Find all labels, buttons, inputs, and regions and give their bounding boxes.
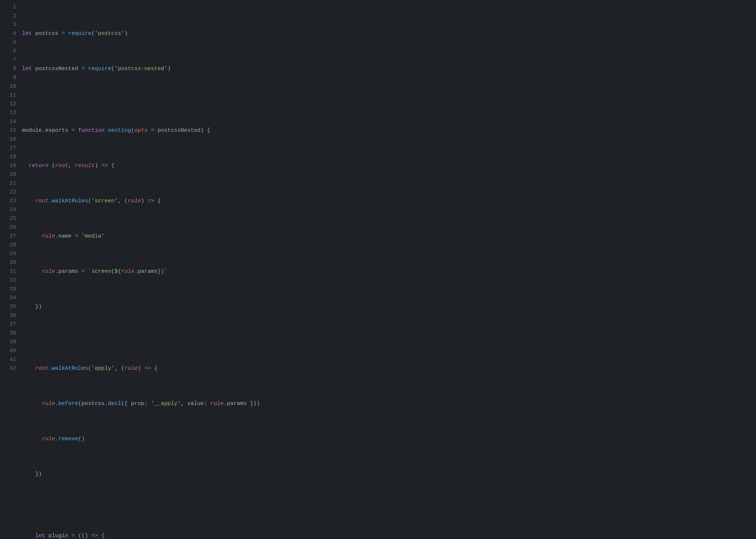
line-num-11: 11: [9, 91, 16, 100]
line-num-4: 4: [9, 29, 16, 38]
code-line-7: rule.name = 'media': [22, 232, 747, 241]
line-num-19: 19: [9, 162, 16, 170]
code-line-8: rule.params = `screen(${rule.params})`: [22, 267, 747, 276]
line-num-1: 1: [9, 3, 16, 12]
line-num-35: 35: [9, 303, 16, 311]
line-num-20: 20: [9, 170, 16, 179]
line-num-16: 16: [9, 135, 16, 144]
line-num-29: 29: [9, 250, 16, 258]
line-num-28: 28: [9, 241, 16, 250]
code-line-14: }): [22, 470, 747, 479]
line-num-17: 17: [9, 144, 16, 153]
line-num-42: 42: [9, 364, 16, 373]
line-num-26: 26: [9, 223, 16, 232]
code-line-11: root.walkAtRules('apply', (rule) => {: [22, 364, 747, 373]
line-num-6: 6: [9, 47, 16, 56]
line-num-15: 15: [9, 126, 16, 135]
code-line-2: let postcssNested = require('postcss-nes…: [22, 65, 747, 73]
line-num-25: 25: [9, 214, 16, 223]
line-num-32: 32: [9, 276, 16, 285]
line-num-34: 34: [9, 294, 16, 303]
line-num-5: 5: [9, 38, 16, 47]
code-line-12: rule.before(postcss.decl({ prop: '__appl…: [22, 399, 747, 408]
line-num-36: 36: [9, 311, 16, 320]
code-line-4: module.exports = function nesting(opts =…: [22, 126, 747, 135]
code-lines[interactable]: let postcss = require('postcss') let pos…: [22, 3, 756, 539]
line-num-18: 18: [9, 153, 16, 162]
line-num-14: 14: [9, 117, 16, 126]
line-num-21: 21: [9, 179, 16, 188]
line-num-27: 27: [9, 232, 16, 241]
line-numbers: 1 2 3 4 5 6 7 8 9 10 11 12 13 14 15 16 1…: [0, 3, 22, 539]
line-num-8: 8: [9, 65, 16, 73]
line-num-2: 2: [9, 12, 16, 21]
code-line-5: return (root, result) => {: [22, 162, 747, 170]
line-num-12: 12: [9, 100, 16, 109]
line-num-24: 24: [9, 206, 16, 214]
code-line-1: let postcss = require('postcss'): [22, 29, 747, 38]
line-num-10: 10: [9, 82, 16, 91]
line-num-22: 22: [9, 188, 16, 197]
line-num-9: 9: [9, 73, 16, 82]
line-num-7: 7: [9, 56, 16, 65]
code-line-13: rule.remove(): [22, 435, 747, 444]
code-editor: 1 2 3 4 5 6 7 8 9 10 11 12 13 14 15 16 1…: [0, 0, 756, 539]
line-num-30: 30: [9, 258, 16, 267]
line-num-33: 33: [9, 285, 16, 294]
line-num-13: 13: [9, 109, 16, 117]
line-num-38: 38: [9, 329, 16, 338]
line-num-23: 23: [9, 197, 16, 206]
line-num-3: 3: [9, 21, 16, 29]
line-num-40: 40: [9, 347, 16, 355]
line-num-31: 31: [9, 267, 16, 276]
code-line-6: root.walkAtRules('screen', (rule) => {: [22, 197, 747, 206]
code-line-16: let plugin = (() => {: [22, 532, 747, 539]
line-num-37: 37: [9, 320, 16, 329]
code-line-9: }): [22, 303, 747, 311]
line-num-39: 39: [9, 338, 16, 347]
line-num-41: 41: [9, 355, 16, 364]
